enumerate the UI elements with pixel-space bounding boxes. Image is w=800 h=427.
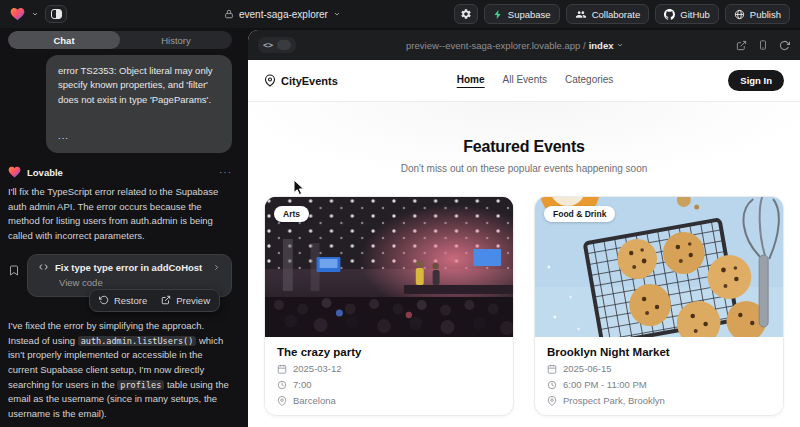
toggle-knob xyxy=(277,40,291,50)
event-cards: Arts The crazy party 2025-03-12 xyxy=(248,196,800,416)
sign-in-button[interactable]: Sign In xyxy=(728,70,784,91)
site-brand[interactable]: CityEvents xyxy=(264,74,338,87)
event-date-row: 2025-03-12 xyxy=(277,363,501,374)
open-in-new-tab-icon[interactable] xyxy=(736,40,747,51)
code-icon xyxy=(38,262,49,272)
view-code-link[interactable]: View code xyxy=(59,277,221,288)
version-toolbar: Restore Preview xyxy=(89,289,220,312)
calendar-icon xyxy=(277,364,287,374)
clock-icon xyxy=(547,380,557,390)
collaborate-button[interactable]: Collaborate xyxy=(566,4,650,24)
location-pin-icon xyxy=(277,396,287,406)
restore-label: Restore xyxy=(114,295,147,306)
settings-button[interactable] xyxy=(454,4,478,24)
event-title: Brooklyn Night Market xyxy=(547,346,771,358)
event-time: 7:00 xyxy=(293,379,312,390)
assistant-paragraph-2: I've fixed the error by simplifying the … xyxy=(8,319,232,422)
preview-toolbar: <> preview--event-saga-explorer.lovable.… xyxy=(248,30,800,60)
lovable-heart-icon xyxy=(8,166,21,178)
nav-home[interactable]: Home xyxy=(457,74,485,88)
event-location: Prospect Park, Brooklyn xyxy=(563,395,665,406)
assistant-header: Lovable ··· xyxy=(8,166,232,178)
publish-button[interactable]: Publish xyxy=(725,4,790,24)
project-chevron-down-icon xyxy=(333,10,341,18)
location-pin-icon xyxy=(547,396,557,406)
event-card-night-market[interactable]: Food & Drink Brooklyn Night Market 2025-… xyxy=(534,196,784,416)
nav-categories[interactable]: Categories xyxy=(565,74,613,88)
preview-pane: <> preview--event-saga-explorer.lovable.… xyxy=(248,30,800,427)
event-date-row: 2025-06-15 xyxy=(547,363,771,374)
publish-label: Publish xyxy=(750,9,781,20)
calendar-icon xyxy=(547,364,557,374)
lock-icon xyxy=(224,9,234,19)
github-label: GitHub xyxy=(680,9,710,20)
chat-history-tabs: Chat History xyxy=(8,31,232,49)
site-header: CityEvents Home All Events Categories Si… xyxy=(248,60,800,102)
chevron-right-icon xyxy=(212,263,221,272)
toggle-sidebar-button[interactable] xyxy=(45,5,67,23)
hero-subtitle: Don't miss out on these popular events h… xyxy=(248,163,800,174)
project-name-menu[interactable]: event-saga-explorer xyxy=(224,0,341,28)
event-time: 6:00 PM - 11:00 PM xyxy=(563,379,647,390)
collaborate-label: Collaborate xyxy=(592,9,641,20)
preview-url-menu[interactable]: preview--event-saga-explorer.lovable.app… xyxy=(406,40,624,51)
github-button[interactable]: GitHub xyxy=(655,4,719,24)
assistant-paragraph-1: I'll fix the TypeScript error related to… xyxy=(8,185,232,244)
panel-icon xyxy=(51,9,62,19)
tab-chat[interactable]: Chat xyxy=(8,31,120,49)
tab-history[interactable]: History xyxy=(120,31,232,49)
external-link-icon xyxy=(161,295,171,305)
site-viewport: CityEvents Home All Events Categories Si… xyxy=(248,60,800,427)
preview-button[interactable]: Preview xyxy=(161,295,210,306)
refresh-icon[interactable] xyxy=(779,40,790,51)
event-date: 2025-03-12 xyxy=(293,363,342,374)
hero-section: Featured Events Don't miss out on these … xyxy=(248,102,800,174)
url-chevron-down-icon xyxy=(616,41,624,49)
restore-icon xyxy=(99,295,109,305)
supabase-bolt-icon xyxy=(493,9,503,20)
message-menu-button[interactable]: ··· xyxy=(219,167,232,178)
category-badge: Arts xyxy=(274,206,309,222)
code-view-toggle[interactable]: <> xyxy=(258,37,296,53)
code-icon: <> xyxy=(263,40,273,50)
supabase-label: Supabase xyxy=(508,9,551,20)
user-message-ellipsis: ... xyxy=(58,129,220,143)
code-card-title: Fix type type error in addCoHost xyxy=(55,262,202,273)
mobile-view-icon[interactable] xyxy=(758,39,768,51)
event-time-row: 7:00 xyxy=(277,379,501,390)
event-location-row: Barcelona xyxy=(277,395,501,406)
event-title: The crazy party xyxy=(277,346,501,358)
event-image-conference: Arts xyxy=(265,197,513,337)
location-pin-icon xyxy=(264,74,276,87)
logo-chevron-down-icon[interactable] xyxy=(31,10,39,18)
inline-code-profiles: profiles xyxy=(117,380,164,390)
event-card-crazy-party[interactable]: Arts The crazy party 2025-03-12 xyxy=(264,196,514,416)
gear-icon xyxy=(460,8,472,20)
lovable-logo-heart-icon[interactable] xyxy=(10,7,25,21)
category-badge: Food & Drink xyxy=(544,206,615,222)
event-location-row: Prospect Park, Brooklyn xyxy=(547,395,771,406)
preview-url-page: index xyxy=(589,40,614,51)
site-nav: Home All Events Categories xyxy=(457,74,614,88)
chat-sidebar: Chat History error TS2353: Object litera… xyxy=(0,28,240,427)
clock-icon xyxy=(277,380,287,390)
bookmark-icon[interactable] xyxy=(8,264,20,277)
preview-url-prefix: preview--event-saga-explorer.lovable.app… xyxy=(406,40,586,51)
assistant-name: Lovable xyxy=(27,167,63,178)
brand-label: CityEvents xyxy=(281,75,338,87)
globe-icon xyxy=(734,9,745,20)
github-icon xyxy=(664,9,675,20)
event-image-cookies: Food & Drink xyxy=(535,197,783,337)
inline-code-listusers: auth.admin.listUsers() xyxy=(78,336,197,346)
nav-all-events[interactable]: All Events xyxy=(503,74,547,88)
supabase-button[interactable]: Supabase xyxy=(484,4,560,24)
restore-button[interactable]: Restore xyxy=(99,295,147,306)
user-message-bubble: error TS2353: Object literal may only sp… xyxy=(46,55,232,153)
event-date: 2025-06-15 xyxy=(563,363,612,374)
people-icon xyxy=(575,9,587,20)
user-message-text: error TS2353: Object literal may only sp… xyxy=(58,64,220,107)
event-time-row: 6:00 PM - 11:00 PM xyxy=(547,379,771,390)
event-location: Barcelona xyxy=(293,395,336,406)
hero-title: Featured Events xyxy=(248,138,800,156)
project-name: event-saga-explorer xyxy=(239,9,328,20)
